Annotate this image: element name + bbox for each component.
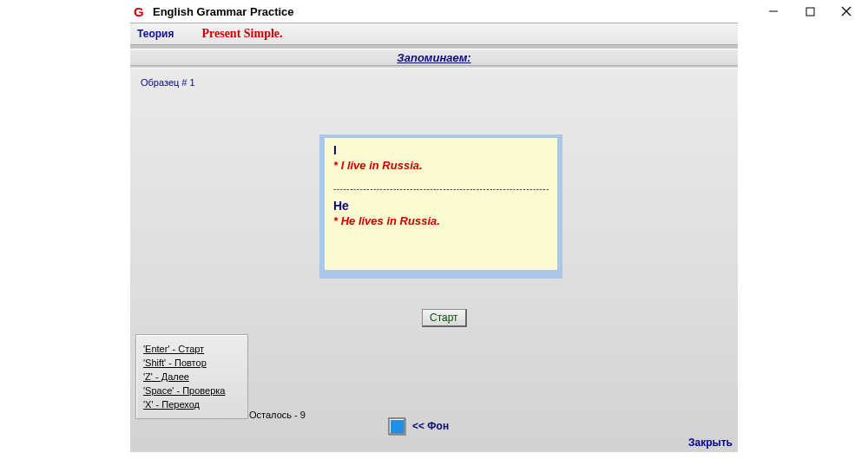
section-title: Запоминаем:	[130, 49, 738, 65]
bg-color-swatch[interactable]	[388, 417, 405, 435]
minimize-button[interactable]	[755, 1, 792, 22]
hint-item: 'Shift' - Повтор	[143, 358, 240, 368]
window-title: English Grammar Practice	[153, 5, 294, 18]
example-card: I * I live in Russia. ------------------…	[319, 135, 562, 279]
remaining-label: Осталось - 9	[249, 410, 306, 420]
close-window-button[interactable]	[828, 1, 865, 22]
card-pronoun-2: He	[333, 199, 549, 213]
header-bar: Теория Present Simple.	[130, 23, 738, 44]
start-button[interactable]: Старт	[422, 309, 467, 327]
hint-item: 'Space' - Проверка	[143, 385, 240, 396]
titlebar: G English Grammar Practice	[0, 0, 868, 23]
card-pronoun-1: I	[333, 143, 549, 157]
svg-rect-1	[806, 8, 814, 16]
lesson-title: Present Simple.	[201, 27, 282, 41]
card-sentence-2: * He lives in Russia.	[333, 214, 549, 227]
card-sentence-1: * I live in Russia.	[333, 159, 549, 172]
card-separator: ----------------------------------------…	[333, 184, 549, 194]
maximize-button[interactable]	[792, 1, 828, 22]
sample-label: Образец # 1	[141, 77, 738, 88]
hint-item: 'X' - Переход	[143, 399, 240, 410]
bg-label: << Фон	[412, 420, 449, 432]
app-body: Теория Present Simple. Запоминаем: Образ…	[130, 23, 738, 452]
theory-link[interactable]: Теория	[137, 28, 174, 40]
hotkey-hints: 'Enter' - Старт 'Shift' - Повтор 'Z' - Д…	[135, 334, 248, 419]
hint-item: 'Enter' - Старт	[143, 344, 240, 354]
divider	[130, 65, 738, 69]
close-button[interactable]: Закрыть	[688, 436, 733, 449]
bg-control: << Фон	[388, 417, 449, 435]
hint-item: 'Z' - Далее	[143, 371, 240, 382]
app-icon: G	[134, 4, 148, 18]
